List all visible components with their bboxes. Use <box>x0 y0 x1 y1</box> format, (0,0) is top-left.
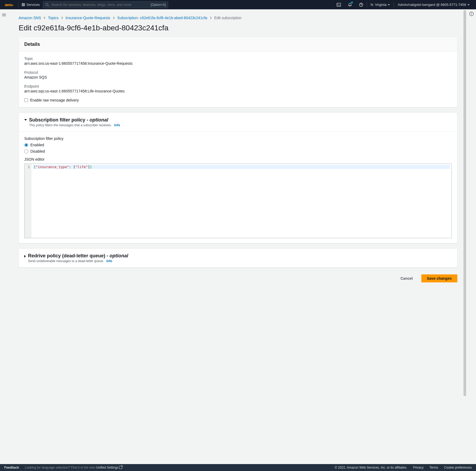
search-box[interactable]: [Option+S] <box>43 1 168 8</box>
search-shortcut: [Option+S] <box>151 3 166 7</box>
grid-icon <box>22 3 25 6</box>
svg-rect-2 <box>337 3 341 6</box>
caret-down-icon <box>24 119 27 121</box>
filter-enabled-radio[interactable] <box>24 143 28 147</box>
main-content: Amazon SNS Topics Insurance-Quote-Reques… <box>8 9 468 295</box>
raw-delivery-label: Enable raw message delivery <box>30 98 79 102</box>
services-label: Services <box>26 3 40 7</box>
redrive-policy-title: Redrive policy (dead-letter queue) - opt… <box>28 253 452 259</box>
help-button[interactable] <box>356 0 367 9</box>
cloudshell-button[interactable] <box>333 0 344 9</box>
filter-policy-panel: Subscription filter policy - optional Th… <box>19 113 457 243</box>
hamburger-icon <box>2 14 6 17</box>
save-button[interactable]: Save changes <box>421 274 457 282</box>
editor-gutter: 1 <box>25 164 31 238</box>
raw-delivery-checkbox[interactable] <box>24 98 28 102</box>
redrive-policy-subtitle: Send undeliverable messages to a dead-le… <box>28 259 452 263</box>
svg-line-1 <box>48 5 49 6</box>
scrollbar-thumb[interactable] <box>463 10 466 295</box>
enabled-label: Enabled <box>30 143 44 147</box>
filter-policy-title: Subscription filter policy - optional <box>29 117 452 123</box>
cancel-button[interactable]: Cancel <box>395 274 418 282</box>
info-panel-toggle[interactable] <box>469 11 474 17</box>
scrollbar[interactable] <box>463 10 467 295</box>
chevron-right-icon <box>209 16 212 20</box>
notification-dot-icon <box>351 2 353 3</box>
breadcrumb-link[interactable]: Topics <box>48 16 59 20</box>
redrive-policy-header[interactable]: Redrive policy (dead-letter queue) - opt… <box>19 249 457 267</box>
svg-point-0 <box>46 3 48 6</box>
breadcrumb-link[interactable]: Amazon SNS <box>19 16 41 20</box>
filter-policy-label: Subscription filter policy <box>24 136 452 141</box>
info-link[interactable]: Info <box>106 259 112 263</box>
notifications-button[interactable] <box>344 0 356 9</box>
json-editor-label: JSON editor <box>24 157 452 161</box>
divider <box>18 2 19 7</box>
aws-logo[interactable]: aws▾ <box>3 2 15 7</box>
chevron-right-icon <box>43 16 46 20</box>
chevron-right-icon <box>61 16 63 20</box>
breadcrumb-link[interactable]: Insurance-Quote-Requests <box>66 16 110 20</box>
search-icon <box>45 3 49 7</box>
endpoint-value: arn:aws:sqs:us-east-1:660557717458:Life-… <box>24 89 452 93</box>
topic-value: arn:aws:sns:us-east-1:660557717458:Insur… <box>24 61 452 66</box>
filter-policy-header[interactable]: Subscription filter policy - optional Th… <box>19 113 457 132</box>
account-menu[interactable]: Admin/natigold-Isengard @ 6605-5771-7458 <box>394 0 473 9</box>
page-title: Edit c92e61fa-9cf6-4e1b-abed-80423c241cf… <box>19 22 457 37</box>
caret-down-icon <box>467 4 470 5</box>
region-selector[interactable]: N. Virginia <box>367 0 394 9</box>
breadcrumb-current: Edit subscription <box>214 16 242 20</box>
search-input[interactable] <box>51 3 148 7</box>
protocol-label: Protocol <box>24 70 452 75</box>
details-panel: Details Topic arn:aws:sns:us-east-1:6605… <box>19 37 457 107</box>
services-menu[interactable]: Services <box>22 3 40 7</box>
breadcrumb: Amazon SNS Topics Insurance-Quote-Reques… <box>19 12 457 22</box>
topic-label: Topic <box>24 56 452 61</box>
protocol-value: Amazon SQS <box>24 75 452 79</box>
details-heading: Details <box>24 42 452 47</box>
redrive-policy-panel: Redrive policy (dead-letter queue) - opt… <box>19 249 457 267</box>
panel-header: Details <box>19 37 457 52</box>
filter-disabled-radio[interactable] <box>24 149 28 153</box>
caret-right-icon <box>24 255 26 258</box>
info-link[interactable]: Info <box>114 123 120 127</box>
chevron-right-icon <box>112 16 115 20</box>
disabled-label: Disabled <box>30 149 45 153</box>
editor-content[interactable]: {"insurance_type": ["life"]} <box>31 164 451 238</box>
action-buttons: Cancel Save changes <box>19 273 457 287</box>
json-editor[interactable]: 1 {"insurance_type": ["life"]} <box>24 164 452 238</box>
top-nav: aws▾ Services [Option+S] N. Virginia Adm… <box>0 0 476 9</box>
svg-point-6 <box>471 13 472 13</box>
filter-policy-subtitle: This policy filters the messages that a … <box>29 123 452 127</box>
breadcrumb-link[interactable]: Subscription: c92e61fa-9cf6-4e1b-abed-80… <box>117 16 207 20</box>
caret-down-icon <box>388 4 390 5</box>
sidenav-toggle[interactable] <box>0 11 8 19</box>
endpoint-label: Endpoint <box>24 84 452 88</box>
